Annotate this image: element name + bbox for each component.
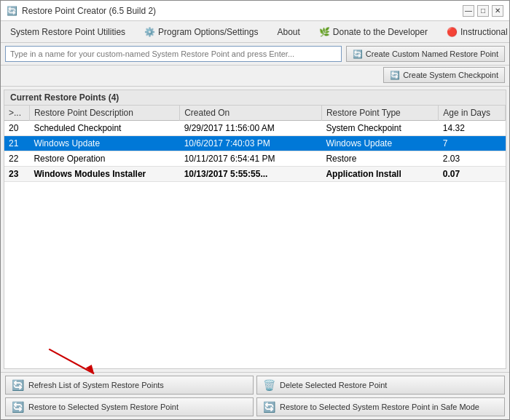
app-window: 🔄 Restore Point Creator (6.5 Build 2) — … bbox=[0, 0, 510, 420]
menu-options[interactable]: ⚙️ Program Options/Settings bbox=[138, 24, 264, 40]
cell-desc: Scheduled Checkpoint bbox=[29, 121, 179, 136]
close-button[interactable]: ✕ bbox=[492, 5, 503, 17]
donate-label: Donate to the Developer bbox=[333, 27, 428, 37]
refresh-button[interactable]: 🔄 Refresh List of System Restore Points bbox=[5, 376, 254, 395]
cell-type: Restore bbox=[321, 151, 438, 167]
cell-desc: Windows Update bbox=[29, 136, 179, 151]
content-area: Current Restore Points (4) >... Restore … bbox=[4, 90, 506, 369]
cell-created: 10/13/2017 5:55:55... bbox=[180, 167, 322, 182]
safe-mode-button[interactable]: 🔄 Restore to Selected System Restore Poi… bbox=[256, 397, 505, 416]
donate-icon: 🌿 bbox=[319, 27, 330, 37]
cell-num: 20 bbox=[4, 121, 29, 136]
bottom-buttons: 🔄 Refresh List of System Restore Points … bbox=[1, 372, 509, 419]
section-header: Current Restore Points (4) bbox=[4, 90, 506, 106]
create-custom-icon: 🔄 bbox=[353, 49, 363, 59]
cell-age: 14.32 bbox=[439, 121, 506, 136]
create-checkpoint-btn[interactable]: 🔄 Create System Checkpoint bbox=[383, 67, 505, 83]
col-header-desc[interactable]: Restore Point Description bbox=[29, 106, 179, 121]
cell-age: 0.07 bbox=[439, 167, 506, 182]
cell-num: 22 bbox=[4, 151, 29, 167]
cell-num: 23 bbox=[4, 167, 29, 182]
toolbar-row2: 🔄 Create System Checkpoint bbox=[1, 66, 509, 87]
videos-icon: 🔴 bbox=[447, 27, 458, 37]
title-bar-controls: — □ ✕ bbox=[463, 5, 503, 17]
col-header-type[interactable]: Restore Point Type bbox=[321, 106, 438, 121]
cell-created: 10/6/2017 7:40:03 PM bbox=[180, 136, 322, 151]
table-row[interactable]: 21Windows Update10/6/2017 7:40:03 PMWind… bbox=[4, 136, 506, 151]
refresh-icon: 🔄 bbox=[12, 379, 24, 391]
app-title: Restore Point Creator (6.5 Build 2) bbox=[22, 6, 156, 16]
cell-type: Application Install bbox=[321, 167, 438, 182]
cell-desc: Windows Modules Installer bbox=[29, 167, 179, 182]
safe-mode-icon: 🔄 bbox=[263, 401, 275, 413]
col-header-num[interactable]: >... bbox=[4, 106, 29, 121]
cell-desc: Restore Operation bbox=[29, 151, 179, 167]
menu-bar: System Restore Point Utilities ⚙️ Progra… bbox=[1, 21, 509, 43]
cell-num: 21 bbox=[4, 136, 29, 151]
menu-donate[interactable]: 🌿 Donate to the Developer bbox=[313, 24, 434, 40]
minimize-button[interactable]: — bbox=[463, 5, 474, 17]
about-label: About bbox=[277, 27, 299, 37]
delete-icon: 🗑️ bbox=[263, 379, 275, 391]
maximize-button[interactable]: □ bbox=[477, 5, 489, 17]
menu-utilities[interactable]: System Restore Point Utilities bbox=[4, 24, 132, 40]
custom-name-input[interactable] bbox=[5, 46, 342, 62]
menu-videos[interactable]: 🔴 Instructional Videos bbox=[440, 24, 510, 40]
utilities-label: System Restore Point Utilities bbox=[10, 27, 125, 37]
title-bar: 🔄 Restore Point Creator (6.5 Build 2) — … bbox=[1, 1, 509, 21]
restore-icon: 🔄 bbox=[12, 401, 24, 413]
app-icon: 🔄 bbox=[7, 6, 17, 16]
table-row[interactable]: 23Windows Modules Installer10/13/2017 5:… bbox=[4, 167, 506, 182]
table-header-row: >... Restore Point Description Created O… bbox=[4, 106, 506, 121]
options-label: Program Options/Settings bbox=[158, 27, 258, 37]
restore-table: >... Restore Point Description Created O… bbox=[4, 106, 506, 182]
cell-age: 2.03 bbox=[439, 151, 506, 167]
toolbar-row1: 🔄 Create Custom Named Restore Point bbox=[1, 43, 509, 66]
table-row[interactable]: 20Scheduled Checkpoint9/29/2017 11:56:00… bbox=[4, 121, 506, 136]
videos-label: Instructional Videos bbox=[460, 27, 510, 37]
cell-created: 10/11/2017 6:54:41 PM bbox=[180, 151, 322, 167]
cell-created: 9/29/2017 11:56:00 AM bbox=[180, 121, 322, 136]
table-area: >... Restore Point Description Created O… bbox=[4, 106, 506, 368]
title-bar-left: 🔄 Restore Point Creator (6.5 Build 2) bbox=[7, 6, 156, 16]
create-custom-btn[interactable]: 🔄 Create Custom Named Restore Point bbox=[346, 46, 505, 62]
table-body: 20Scheduled Checkpoint9/29/2017 11:56:00… bbox=[4, 121, 506, 182]
cell-type: System Checkpoint bbox=[321, 121, 438, 136]
menu-about[interactable]: About bbox=[270, 24, 306, 40]
cell-type: Windows Update bbox=[321, 136, 438, 151]
table-row[interactable]: 22Restore Operation10/11/2017 6:54:41 PM… bbox=[4, 151, 506, 167]
delete-button[interactable]: 🗑️ Delete Selected Restore Point bbox=[256, 376, 505, 395]
col-header-created[interactable]: Created On bbox=[180, 106, 322, 121]
restore-button[interactable]: 🔄 Restore to Selected System Restore Poi… bbox=[5, 397, 254, 416]
cell-age: 7 bbox=[439, 136, 506, 151]
options-icon: ⚙️ bbox=[144, 27, 155, 37]
checkpoint-icon: 🔄 bbox=[390, 71, 400, 80]
col-header-age[interactable]: Age in Days bbox=[439, 106, 506, 121]
